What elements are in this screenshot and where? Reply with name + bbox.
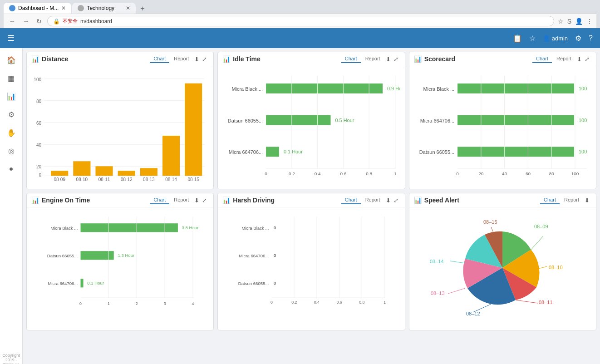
tab-idle-chart[interactable]: Chart [341,55,361,63]
widget-scorecard-icon: 📊 [414,55,422,63]
sidebar-item-dot[interactable]: ● [2,161,20,177]
sidebar: 🏠 ▦ 📊 ⚙ ✋ ◎ ● Copyright 2019 - Conta us [0,48,23,364]
sidebar-item-circle-o[interactable]: ◎ [2,143,20,159]
tab-harsh-report[interactable]: Report [362,196,384,204]
svg-rect-27 [266,84,383,93]
widget-distance-body: 100 80 60 40 20 0 [27,66,213,189]
tab-engine-report[interactable]: Report [170,196,192,204]
help-icon[interactable]: ? [589,34,593,42]
download-icon-idle[interactable]: ⬇ [386,56,391,63]
svg-text:0.1 Hour: 0.1 Hour [87,280,104,285]
widget-harsh-actions: ⬇ ⤢ [384,197,400,204]
widget-scorecard-actions: ⬇ ⤢ [575,56,591,63]
download-icon-scorecard[interactable]: ⬇ [577,56,582,63]
widget-scorecard-title: Scorecard [424,55,532,63]
svg-text:0.5 Hour: 0.5 Hour [335,118,354,123]
widget-idle-header: 📊 Idle Time Chart Report ⬇ ⤢ [218,52,404,66]
svg-text:100: 100 [579,118,587,123]
back-button[interactable]: ← [7,17,17,26]
svg-text:20: 20 [36,164,42,169]
svg-text:Micra 664706...: Micra 664706... [420,118,454,123]
widget-distance-tabs: Chart Report [150,55,192,63]
settings-icon[interactable]: ⚙ [575,34,581,43]
hamburger-icon[interactable]: ☰ [7,33,15,43]
browser-tab-technology[interactable]: Technology ✕ [72,3,136,14]
svg-text:03–14: 03–14 [430,259,444,264]
svg-text:3.8 Hour: 3.8 Hour [182,225,199,230]
download-icon-engine[interactable]: ⬇ [194,197,199,204]
distance-chart-svg: 100 80 60 40 20 0 [31,69,209,184]
account-icon[interactable]: 👤 [575,18,583,25]
forward-button[interactable]: → [21,17,31,26]
svg-text:4: 4 [192,301,194,306]
sidebar-item-chart[interactable]: 📊 [2,88,20,104]
svg-text:20: 20 [478,171,484,176]
widget-idle-icon: 📊 [222,55,230,63]
profile-icon[interactable]: S [567,18,571,25]
svg-line-106 [531,236,543,250]
svg-text:08–11: 08–11 [539,300,553,305]
engine-chart-svg: Micra Black ... 3.8 Hour Datsun 66055...… [31,215,209,325]
download-icon-speed[interactable]: ⬇ [585,197,590,204]
tab-harsh-chart[interactable]: Chart [341,196,361,204]
sidebar-item-home[interactable]: 🏠 [2,52,20,68]
svg-rect-51 [457,115,574,125]
new-tab-button[interactable]: + [137,4,150,14]
svg-text:08–13: 08–13 [431,290,445,296]
svg-rect-18 [118,171,135,176]
svg-text:1.3 Hour: 1.3 Hour [118,253,135,258]
download-icon[interactable]: ⬇ [194,56,199,63]
active-tab-label: Dashboard - M... [18,5,59,11]
widget-scorecard: 📊 Scorecard Chart Report ⬇ ⤢ [409,52,596,189]
svg-text:0.6: 0.6 [337,300,342,305]
sidebar-item-settings[interactable]: ⚙ [2,106,20,123]
svg-rect-54 [457,147,574,157]
svg-text:2: 2 [136,301,138,306]
expand-icon-idle[interactable]: ⤢ [393,56,398,63]
widget-speed-tabs: Chart Report [540,196,583,204]
tab-idle-report[interactable]: Report [362,55,384,63]
svg-text:Micra 664706...: Micra 664706... [229,149,263,155]
download-icon-harsh[interactable]: ⬇ [386,197,391,204]
bookmark-icon[interactable]: ☆ [558,18,564,25]
tab-scorecard-report[interactable]: Report [553,55,575,63]
svg-text:08-15: 08-15 [187,177,199,182]
svg-text:0.8: 0.8 [359,300,364,305]
widget-engine-icon: 📊 [31,197,39,204]
widget-distance: 📊 Distance Chart Report ⬇ ⤢ [26,52,214,189]
tab-engine-chart[interactable]: Chart [150,196,169,204]
tab-distance-chart[interactable]: Chart [150,55,169,63]
svg-text:Micra Black ...: Micra Black ... [50,226,78,231]
tab-close-icon[interactable]: ✕ [61,5,66,11]
widget-distance-header: 📊 Distance Chart Report ⬇ ⤢ [27,52,213,66]
browser-tab-active[interactable]: Dashboard - M... ✕ [4,3,71,14]
expand-icon-harsh[interactable]: ⤢ [393,197,398,204]
expand-icon[interactable]: ⤢ [202,56,207,63]
notifications-icon[interactable]: 📋 [513,34,522,43]
sidebar-item-table[interactable]: ▦ [2,70,20,86]
expand-icon-scorecard[interactable]: ⤢ [585,56,590,63]
widget-idle-body: Micra Black ... 0.9 Hour Datsun 66055...… [218,66,404,189]
browser-nav: ← → ↻ 🔒 不安全 m/dashboard ☆ S 👤 ⋮ [4,14,596,28]
svg-rect-75 [81,279,84,287]
svg-text:08–09: 08–09 [534,224,548,229]
star-icon[interactable]: ☆ [529,34,536,43]
tab-distance-report[interactable]: Report [170,55,192,63]
tab2-close-icon[interactable]: ✕ [126,5,130,11]
widget-scorecard-header: 📊 Scorecard Chart Report ⬇ ⤢ [409,52,596,66]
address-bar[interactable]: 🔒 不安全 m/dashboard [47,16,554,26]
widget-distance-actions: ⬇ ⤢ [192,56,209,63]
user-label[interactable]: 👤 admin [543,35,568,42]
tab-speed-report[interactable]: Report [561,196,583,204]
widget-engine-on-time: 📊 Engine On Time Chart Report ⬇ ⤢ [26,193,214,330]
sidebar-item-hand[interactable]: ✋ [2,124,20,141]
svg-text:0: 0 [265,171,268,176]
tab-scorecard-chart[interactable]: Chart [532,55,552,63]
tab-speed-chart[interactable]: Chart [540,196,560,204]
menu-icon[interactable]: ⋮ [586,18,593,25]
refresh-button[interactable]: ↻ [34,17,44,26]
tab2-favicon [78,5,84,11]
expand-icon-engine[interactable]: ⤢ [202,197,207,204]
widget-speed-alert: 📊 Speed Alert Chart Report ⬇ [409,193,596,330]
idle-chart-svg: Micra Black ... 0.9 Hour Datsun 66055...… [222,74,400,184]
